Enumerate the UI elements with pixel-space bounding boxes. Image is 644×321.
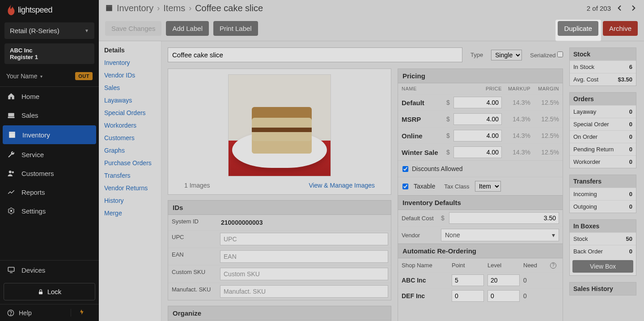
nav-reports[interactable]: Reports [0,183,99,201]
subnav-workorders[interactable]: Workorders [99,119,161,132]
vendor-row: Vendor None ▾ [398,227,563,244]
reorder-point-input[interactable] [452,274,484,286]
item-name-input[interactable] [168,47,462,62]
margin-value: 12.5% [530,132,559,139]
subnav-history[interactable]: History [99,194,161,207]
subnav-layaways[interactable]: Layaways [99,94,161,107]
subnav-merge[interactable]: Merge [99,207,161,219]
plan-selector[interactable]: Retail (R-Series) ▼ [4,22,94,39]
nav-devices[interactable]: Devices [0,261,99,279]
nav-service[interactable]: Service [0,145,99,164]
shop-name: DEF Inc [402,292,452,300]
user-menu[interactable]: Your Name ▾ [6,73,42,80]
svg-rect-0 [8,113,14,117]
panel-header: In Boxes [570,220,636,232]
nav-home[interactable]: Home [0,87,99,106]
clock-status-badge[interactable]: OUT [75,72,93,80]
brand-text: lightspeed [18,5,52,15]
pager-prev[interactable] [615,4,624,13]
svg-rect-1 [8,117,15,118]
archive-button[interactable]: Archive [603,21,638,36]
subnav-vendor-ids[interactable]: Vendor IDs [99,69,161,81]
discounts-checkbox[interactable] [402,166,408,172]
subnav-graphs[interactable]: Graphs [99,144,161,157]
price-input[interactable] [453,146,502,158]
register-name: Register 1 [10,54,89,60]
nav-settings[interactable]: Settings [0,201,99,220]
reorder-point-input[interactable] [452,290,484,302]
taxable-checkbox[interactable] [402,184,408,189]
breadcrumb-inventory[interactable]: Inventory [117,3,153,13]
stock-panel: Stock In Stock6 Avg. Cost$3.50 [569,47,636,86]
nav-label: Reports [21,188,45,196]
price-input[interactable] [453,97,502,108]
default-cost-input[interactable] [449,212,559,224]
price-row-default: Default $ 14.3% 12.5% [398,94,563,111]
svg-rect-3 [9,132,15,133]
pager-next[interactable] [629,4,638,13]
price-input[interactable] [453,113,502,125]
panel-header: Orders [570,93,636,105]
breadcrumb: Inventory › Items › Coffee cake slice [105,3,263,13]
duplicate-button[interactable]: Duplicate [558,21,598,36]
lock-label: Lock [47,288,62,295]
margin-value: 12.5% [530,149,559,156]
chevron-right-icon: › [157,4,160,13]
save-changes-button: Save Changes [105,21,161,36]
tax-class-select[interactable]: Item [475,181,501,192]
back-order-label: Back Order [573,248,603,255]
flame-icon [7,4,15,15]
item-image[interactable] [228,74,331,176]
subnav-special-orders[interactable]: Special Orders [99,107,161,119]
price-name: Winter Sale [402,149,446,156]
upc-input[interactable] [220,233,388,245]
register-icon [7,111,15,119]
gear-icon [7,207,15,215]
subnav-vendor-returns[interactable]: Vendor Returns [99,182,161,194]
company-register[interactable]: ABC Inc Register 1 [4,43,94,64]
incoming-label: Incoming [573,191,597,197]
logo: lightspeed [0,0,99,20]
reorder-level-input[interactable] [487,274,520,286]
nav-inventory[interactable]: Inventory [3,125,96,144]
type-select[interactable]: Single [491,50,522,60]
nav-label: Service [21,151,44,158]
svg-point-6 [10,210,13,212]
custom-sku-input[interactable] [220,268,388,280]
chevron-down-icon: ▾ [552,231,555,239]
pin-button[interactable] [71,309,92,317]
svg-rect-2 [9,133,15,138]
auto-columns: Shop Name Point Level Need ? [398,258,563,272]
subnav-sales[interactable]: Sales [99,81,161,94]
subnav-purchase-orders[interactable]: Purchase Orders [99,157,161,169]
nav-label: Settings [21,207,46,215]
reorder-level-input[interactable] [487,290,520,302]
help-icon[interactable]: ? [550,262,556,269]
lock-button[interactable]: Lock [4,283,95,300]
discounts-label: Discounts Allowed [412,165,463,172]
ean-input[interactable] [220,250,388,263]
view-box-button[interactable]: View Box [572,260,633,273]
vendor-select[interactable]: None ▾ [441,229,559,241]
print-label-button[interactable]: Print Label [213,21,258,36]
manufact-sku-input[interactable] [220,285,388,298]
serialized-checkbox[interactable] [557,51,563,57]
ean-label: EAN [168,248,217,265]
subnav-customers[interactable]: Customers [99,132,161,144]
subnav-transfers[interactable]: Transfers [99,169,161,182]
svg-point-11 [10,314,11,315]
breadcrumb-items[interactable]: Items [163,3,185,13]
nav-customers[interactable]: Customers [0,164,99,183]
panel-header: Transfers [570,175,636,188]
subnav-inventory[interactable]: Inventory [99,56,161,69]
help-label: Help [19,309,32,317]
outgoing-label: Outgoing [573,203,597,210]
subnav-details[interactable]: Details [99,44,161,56]
help-button[interactable]: Help [7,309,32,317]
manage-images-link[interactable]: View & Manage Images [309,182,375,189]
svg-rect-12 [106,6,112,11]
add-label-button[interactable]: Add Label [166,21,209,36]
price-input[interactable] [453,130,502,141]
type-label: Type [470,51,483,58]
nav-sales[interactable]: Sales [0,106,99,124]
